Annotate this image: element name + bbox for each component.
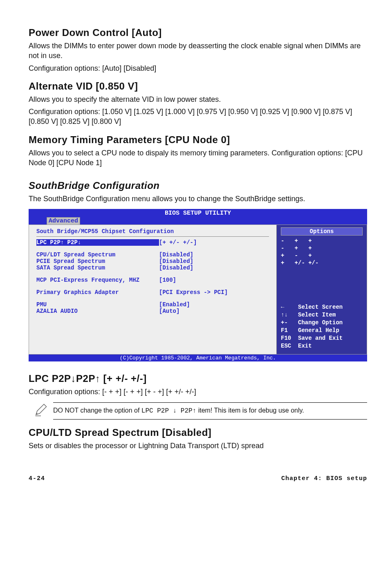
note-mono: LPC P2P ↓ P2P↑ bbox=[141, 407, 196, 415]
note-block: DO NOT change the option of LPC P2P ↓ P2… bbox=[29, 402, 367, 420]
bios-row-label: CPU/LDT Spread Spectrum bbox=[36, 251, 159, 258]
bios-tab-advanced: Advanced bbox=[47, 217, 80, 224]
bios-row-value: [+ +/- +/-] bbox=[159, 239, 197, 246]
bios-nav-text: General Help bbox=[298, 327, 339, 334]
bios-row-value: [PCI Express -> PCI] bbox=[159, 289, 228, 296]
bios-nav-text: Select Screen bbox=[298, 303, 343, 311]
bios-row-label: SATA Spread Spectrum bbox=[36, 265, 159, 271]
bios-nav-block: ←Select Screen ↑↓Select Item +-Change Op… bbox=[281, 303, 363, 350]
bios-body: South Bridge/MCP55 Chipset Configuration… bbox=[29, 224, 367, 355]
bios-nav-key: ESC bbox=[281, 342, 298, 350]
bios-row-value: [Auto] bbox=[159, 308, 179, 314]
bios-row-value: [Disabled] bbox=[159, 265, 193, 271]
pencil-icon bbox=[29, 402, 53, 419]
bios-help-line: + - + bbox=[281, 252, 363, 259]
bios-nav-key: +- bbox=[281, 319, 298, 327]
bios-nav-text: Change Option bbox=[298, 319, 343, 327]
bios-nav-line: ↑↓Select Item bbox=[281, 311, 363, 319]
bios-row: PMU [Enabled] bbox=[36, 301, 269, 308]
heading-memory-timing: Memory Timing Parameters [CPU Node 0] bbox=[29, 134, 367, 146]
bios-row-label: LPC P2P↑ P2P↓ bbox=[36, 239, 159, 246]
bios-help-line: - + + bbox=[281, 237, 363, 245]
bios-nav-line: ←Select Screen bbox=[281, 303, 363, 311]
bios-screenshot: BIOS SETUP UTILITY Advanced South Bridge… bbox=[29, 209, 367, 361]
bios-nav-key: ↑↓ bbox=[281, 311, 298, 319]
heading-alternate-vid: Alternate VID [0.850 V] bbox=[29, 81, 367, 92]
bios-nav-key: ← bbox=[281, 303, 298, 311]
heading-southbridge: SouthBridge Configuration bbox=[29, 180, 367, 191]
bios-section-heading: South Bridge/MCP55 Chipset Configuration bbox=[36, 228, 269, 235]
note-text: DO NOT change the option of LPC P2P ↓ P2… bbox=[53, 402, 367, 420]
bios-row: Primary Graphics Adapter [PCI Express ->… bbox=[36, 289, 269, 296]
note-pre: DO NOT change the option of bbox=[53, 407, 141, 414]
note-post: item! This item is for debug use only. bbox=[196, 407, 304, 414]
heading-lpc-p2p: LPC P2P↓P2P↑ [+ +/- +/-] bbox=[29, 373, 367, 384]
page-number: 4-24 bbox=[29, 475, 45, 482]
text: Sets or disables the processor or Lightn… bbox=[29, 441, 367, 451]
bios-right-panel: Options - + + - + + + - + + +/- +/- ←Sel… bbox=[277, 225, 367, 354]
bios-help-title: Options bbox=[281, 227, 363, 236]
bios-nav-line: F10Save and Exit bbox=[281, 334, 363, 342]
bios-row-value: [Enabled] bbox=[159, 301, 190, 308]
bios-nav-line: ESCExit bbox=[281, 342, 363, 350]
page-chapter: Chapter 4: BIOS setup bbox=[281, 475, 367, 482]
bios-nav-key: F10 bbox=[281, 334, 298, 342]
divider bbox=[36, 236, 269, 237]
bios-nav-line: +-Change Option bbox=[281, 319, 363, 327]
bios-footer: (C)Copyright 1985-2002, American Megatre… bbox=[29, 355, 367, 361]
page-footer: 4-24 Chapter 4: BIOS setup bbox=[29, 475, 367, 482]
bios-row-label: PMU bbox=[36, 301, 159, 308]
bios-row-label: PCIE Spread Spectrum bbox=[36, 258, 159, 265]
text: Configuration options: [Auto] [Disabled] bbox=[29, 63, 367, 73]
bios-row: SATA Spread Spectrum [Disabled] bbox=[36, 265, 269, 271]
bios-row-value: [Disabled] bbox=[159, 251, 193, 258]
bios-row: MCP PCI-Express Frequency, MHZ [100] bbox=[36, 277, 269, 283]
bios-nav-text: Exit bbox=[298, 342, 312, 350]
heading-power-down: Power Down Control [Auto] bbox=[29, 27, 367, 38]
bios-titlebar: BIOS SETUP UTILITY Advanced bbox=[29, 209, 367, 224]
bios-row-label: AZALIA AUDIO bbox=[36, 308, 159, 314]
bios-nav-text: Select Item bbox=[298, 311, 336, 319]
bios-row-label: Primary Graphics Adapter bbox=[36, 289, 159, 296]
bios-nav-text: Save and Exit bbox=[298, 334, 343, 342]
bios-row-value: [Disabled] bbox=[159, 258, 193, 265]
bios-nav-line: F1General Help bbox=[281, 327, 363, 334]
text: Allows the DIMMs to enter power down mod… bbox=[29, 41, 367, 61]
text: Allows you to specify the alternate VID … bbox=[29, 94, 367, 104]
bios-nav-key: F1 bbox=[281, 327, 298, 334]
text: The SouthBridge Configuration menu allow… bbox=[29, 194, 367, 204]
bios-row: PCIE Spread Spectrum [Disabled] bbox=[36, 258, 269, 265]
bios-title: BIOS SETUP UTILITY bbox=[29, 210, 367, 217]
bios-row-label: MCP PCI-Express Frequency, MHZ bbox=[36, 277, 159, 283]
bios-row: AZALIA AUDIO [Auto] bbox=[36, 308, 269, 314]
bios-row-value: [100] bbox=[159, 277, 176, 283]
text: Configuration options: [1.050 V] [1.025 … bbox=[29, 107, 367, 127]
text: Allows you to select a CPU node to dispa… bbox=[29, 148, 367, 168]
bios-help-line: + +/- +/- bbox=[281, 259, 363, 267]
bios-row: LPC P2P↑ P2P↓ [+ +/- +/-] bbox=[36, 239, 269, 246]
text: Configuration options: [- + +] [- + +] [… bbox=[29, 387, 367, 397]
bios-help-line: - + + bbox=[281, 245, 363, 252]
bios-row: CPU/LDT Spread Spectrum [Disabled] bbox=[36, 251, 269, 258]
heading-cpu-ltd-spread: CPU/LTD Spread Spectrum [Disabled] bbox=[29, 427, 367, 438]
bios-left-panel: South Bridge/MCP55 Chipset Configuration… bbox=[29, 225, 277, 354]
